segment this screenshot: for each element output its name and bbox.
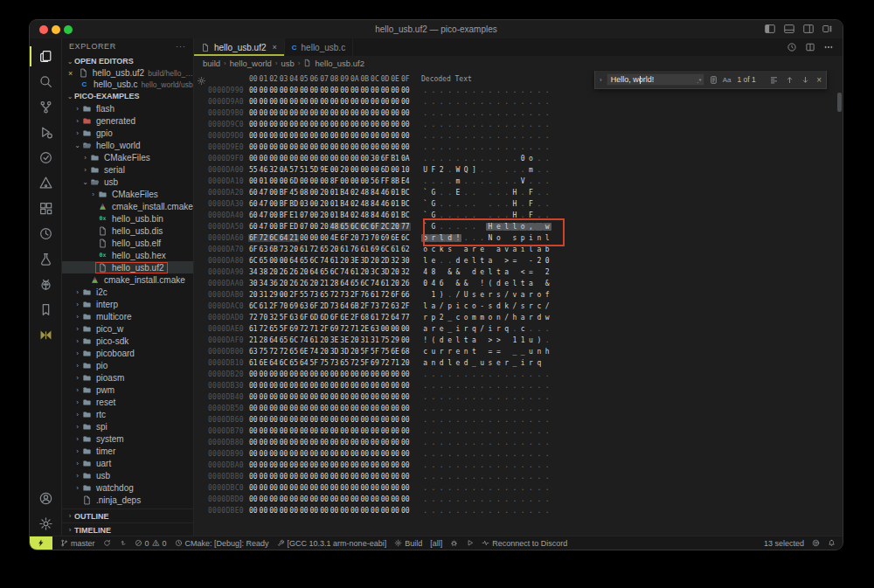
hex-byte[interactable]: 75 (319, 359, 329, 367)
tree-item-cmake_install.cmake[interactable]: cmake_install.cmake (62, 200, 193, 212)
hex-byte[interactable]: 00 (259, 495, 269, 503)
activity-run-debug-icon[interactable] (30, 120, 62, 145)
hex-byte[interactable]: 00 (329, 461, 340, 469)
decoded-char[interactable]: . (461, 200, 469, 208)
hex-byte[interactable]: 00 (370, 382, 380, 390)
tree-item-CMakeFiles[interactable]: ›CMakeFiles (62, 188, 193, 200)
hex-byte[interactable]: 00 (360, 166, 371, 174)
decoded-char[interactable]: e (495, 359, 503, 367)
hex-byte[interactable]: 00 (309, 121, 320, 128)
decoded-char[interactable]: . (421, 98, 429, 106)
decoded-char[interactable]: . (510, 143, 518, 151)
decoded-char[interactable]: . (470, 86, 478, 94)
hex-byte[interactable]: 00 (370, 416, 380, 424)
decoded-char[interactable]: . (535, 393, 543, 401)
find-in-selection-icon[interactable] (769, 75, 779, 85)
hex-byte[interactable]: 00 (309, 155, 320, 163)
decoded-char[interactable]: a (510, 246, 518, 253)
hex-byte[interactable]: 00 (309, 461, 320, 469)
decoded-char[interactable]: . (438, 370, 446, 378)
decoded-char[interactable]: . (429, 98, 437, 106)
hex-byte[interactable]: 20 (268, 268, 279, 276)
hex-byte[interactable]: 00 (299, 405, 309, 412)
hex-byte[interactable]: 00 (400, 495, 411, 503)
decoded-char[interactable]: . (543, 393, 551, 401)
activity-cmake-icon[interactable] (30, 170, 62, 196)
decoded-char[interactable]: . (503, 495, 510, 503)
decoded-char[interactable]: b (543, 246, 551, 253)
decoded-char[interactable]: e (438, 325, 446, 333)
hex-byte[interactable]: 01 (390, 200, 400, 208)
decoded-char[interactable]: l (503, 223, 510, 231)
decoded-char[interactable]: . (495, 200, 503, 208)
decoded-char[interactable]: 2 (543, 268, 551, 276)
decoded-char[interactable]: . (461, 121, 469, 128)
decoded-char[interactable]: . (478, 450, 486, 458)
decoded-char[interactable]: W (454, 166, 461, 174)
decoded-char[interactable]: . (503, 109, 510, 117)
hex-byte[interactable]: 00 (329, 507, 340, 515)
hex-byte[interactable]: 00 (339, 473, 350, 481)
decoded-char[interactable]: r (438, 348, 446, 356)
hex-byte[interactable]: 00 (390, 473, 400, 481)
hex-byte[interactable]: 84 (370, 189, 380, 197)
hex-byte[interactable]: 00 (329, 86, 340, 94)
decoded-char[interactable]: e (454, 348, 461, 356)
hex-byte[interactable]: BC (400, 211, 411, 219)
decoded-char[interactable]: . (486, 370, 494, 378)
decoded-char[interactable]: . (438, 109, 446, 117)
hex-byte[interactable]: 75 (380, 336, 391, 344)
decoded-char[interactable]: . (527, 121, 535, 128)
hex-byte[interactable]: 21 (248, 336, 259, 344)
decoded-char[interactable]: e (446, 336, 454, 344)
hex-byte[interactable]: 00 (268, 257, 279, 265)
hex-byte[interactable]: 00 (390, 484, 400, 492)
hex-byte[interactable]: 00 (329, 473, 340, 481)
decoded-char[interactable]: . (495, 121, 503, 128)
hex-byte[interactable]: 65 (268, 325, 279, 333)
decoded-char[interactable]: . (535, 155, 543, 163)
hex-byte[interactable]: 07 (299, 211, 309, 219)
decoded-char[interactable]: n (461, 348, 469, 356)
decoded-char[interactable]: a (519, 291, 527, 299)
hex-byte[interactable]: 31 (360, 336, 371, 344)
hex-byte[interactable]: 00 (259, 121, 269, 128)
decoded-char[interactable]: . (486, 484, 494, 492)
git-branch-status[interactable]: master (60, 539, 95, 548)
decoded-char[interactable]: . (535, 495, 543, 503)
hex-byte[interactable]: 64 (279, 234, 289, 242)
decoded-char[interactable]: . (470, 405, 478, 412)
decoded-char[interactable]: . (454, 439, 461, 446)
hex-byte[interactable]: 6F (248, 234, 259, 242)
hex-byte[interactable]: 00 (268, 132, 279, 140)
hex-byte[interactable]: 6C (248, 302, 259, 310)
hex-byte[interactable]: 65 (259, 257, 269, 265)
decoded-char[interactable]: . (421, 382, 429, 390)
hex-byte[interactable]: 48 (360, 189, 371, 197)
decoded-char[interactable]: . (429, 416, 437, 424)
hex-byte[interactable]: 73 (329, 302, 340, 310)
cmake-status[interactable]: CMake: [Debug]: Ready (175, 539, 269, 548)
tree-item-.ninja_deps[interactable]: .ninja_deps (62, 494, 193, 506)
hex-byte[interactable]: BD (288, 200, 299, 208)
hex-byte[interactable]: 00 (380, 507, 391, 515)
match-case-icon[interactable]: Aa (723, 76, 732, 84)
hex-byte[interactable]: 00 (279, 439, 289, 446)
hex-byte[interactable]: 6E (390, 348, 400, 356)
decoded-char[interactable]: . (421, 439, 429, 446)
decoded-char[interactable]: o (535, 291, 543, 299)
tree-item-gpio[interactable]: ›gpio (62, 127, 193, 139)
tab-hello-usb-c[interactable]: C hello_usb.c (285, 38, 353, 56)
decoded-char[interactable]: a (421, 359, 429, 367)
decoded-char[interactable]: & (454, 268, 461, 276)
activity-butterfly-icon[interactable] (30, 322, 62, 348)
decoded-char[interactable]: . (495, 98, 503, 106)
decoded-char[interactable]: / (543, 302, 551, 310)
hex-byte[interactable]: 00 (400, 416, 411, 424)
hex-byte[interactable]: 01 (329, 211, 340, 219)
decoded-char[interactable] (535, 280, 543, 287)
cmake-target-button[interactable]: [all] (430, 539, 442, 548)
decoded-char[interactable]: G (429, 211, 437, 219)
decoded-char[interactable]: l (527, 246, 535, 253)
hex-byte[interactable]: 00 (360, 177, 371, 185)
